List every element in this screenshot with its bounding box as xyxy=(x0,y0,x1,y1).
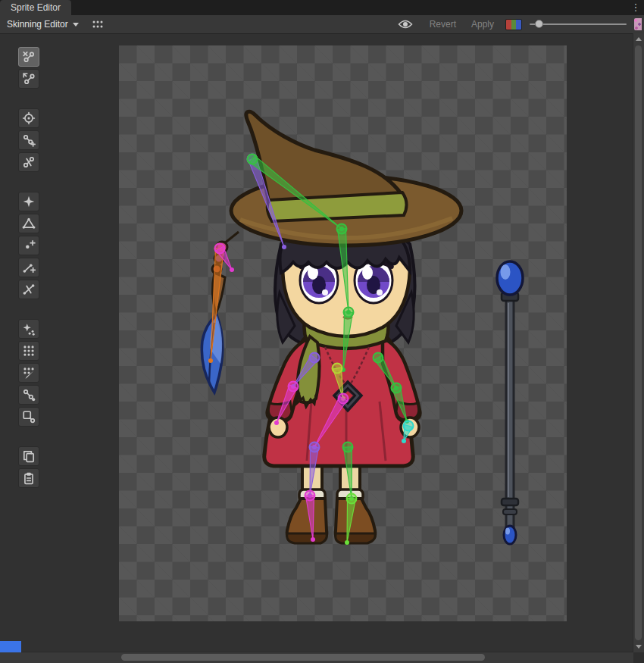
clipboard-tools xyxy=(18,446,39,488)
witch-character-sprite[interactable] xyxy=(202,111,461,543)
eye-icon xyxy=(398,19,413,30)
staff-orb xyxy=(497,261,523,295)
toolbar: Skinning Editor Revert Apply xyxy=(0,15,644,34)
weights-brush-icon xyxy=(22,366,36,380)
witch-hat xyxy=(231,111,461,245)
overlay-color-swatch[interactable] xyxy=(505,19,522,30)
sprite-sheet-toggle-button[interactable] xyxy=(86,17,110,32)
vertex-create-icon xyxy=(22,239,36,252)
revert-button[interactable]: Revert xyxy=(426,17,460,31)
paste-icon xyxy=(22,471,36,485)
edge-create-icon xyxy=(22,261,36,274)
horizontal-scrollbar-thumb[interactable] xyxy=(121,654,485,661)
weight-slider-tool-button[interactable] xyxy=(18,341,39,361)
bone-slash-icon xyxy=(22,50,36,64)
weight-brush-tool-button[interactable] xyxy=(18,363,39,383)
mode-dropdown-label: Skinning Editor xyxy=(7,19,68,30)
copy-tool-button[interactable] xyxy=(18,446,39,466)
visibility-button[interactable] xyxy=(392,17,418,31)
opacity-slider-handle[interactable] xyxy=(535,20,543,28)
restore-pose-tool-button[interactable] xyxy=(18,69,39,89)
joint-edit-icon xyxy=(22,111,36,125)
weight-tools xyxy=(18,319,39,427)
create-bone-tool-button[interactable] xyxy=(18,130,39,150)
scrollbar-corner xyxy=(633,652,644,663)
tool-sidebar xyxy=(18,47,39,508)
preview-pose-tool-button[interactable] xyxy=(18,47,39,67)
staff-sprite[interactable] xyxy=(497,261,523,544)
geometry-auto-icon xyxy=(22,195,36,208)
vertical-scrollbar-thumb[interactable] xyxy=(635,45,642,640)
pose-tools xyxy=(18,47,39,89)
bone-tools xyxy=(18,108,39,172)
edge-split-icon xyxy=(22,283,36,296)
boots xyxy=(287,499,376,543)
weights-auto-icon xyxy=(22,322,36,336)
create-vertex-tool-button[interactable] xyxy=(18,236,39,255)
sprite-influence-tool-button[interactable] xyxy=(18,407,39,427)
edit-joints-tool-button[interactable] xyxy=(18,108,39,128)
copy-icon xyxy=(22,449,36,463)
staff-gem xyxy=(504,526,516,544)
weights-slider-icon xyxy=(22,344,36,358)
sprite-canvas[interactable] xyxy=(119,45,567,621)
split-edge-tool-button[interactable] xyxy=(18,280,39,299)
bottom-left-badge xyxy=(0,641,21,652)
opacity-slider-track[interactable] xyxy=(530,23,627,25)
auto-weights-tool-button[interactable] xyxy=(18,319,39,339)
sprite-influence-icon xyxy=(22,410,36,424)
auto-geometry-tool-button[interactable] xyxy=(18,192,39,211)
tab-title: Sprite Editor xyxy=(11,2,61,13)
create-edge-tool-button[interactable] xyxy=(18,258,39,277)
sprite-view xyxy=(119,45,567,621)
bone-split-icon xyxy=(22,155,36,169)
edit-geometry-tool-button[interactable] xyxy=(18,214,39,233)
texture-swatch xyxy=(634,18,642,30)
tab-bar: Sprite Editor ⋮ xyxy=(0,0,644,15)
vertical-scrollbar[interactable] xyxy=(633,33,644,652)
apply-button[interactable]: Apply xyxy=(467,17,498,31)
bone-restore-icon xyxy=(22,72,36,86)
sprite-grid-icon xyxy=(91,18,105,30)
scroll-up-arrow-icon[interactable] xyxy=(636,37,642,41)
bone-create-icon xyxy=(22,133,36,147)
split-bone-tool-button[interactable] xyxy=(18,152,39,172)
scroll-down-arrow-icon[interactable] xyxy=(636,645,642,649)
geometry-tools xyxy=(18,192,39,299)
mode-dropdown[interactable]: Skinning Editor xyxy=(0,15,86,33)
overflow-menu-button[interactable]: ⋮ xyxy=(630,1,642,14)
sprite-editor-window: Sprite Editor ⋮ Skinning Editor Revert A… xyxy=(0,0,644,663)
paste-tool-button[interactable] xyxy=(18,468,39,488)
tab-sprite-editor[interactable]: Sprite Editor xyxy=(0,0,71,15)
bone-influence-icon xyxy=(22,388,36,402)
geometry-edit-icon xyxy=(22,217,36,230)
opacity-slider[interactable] xyxy=(530,18,627,30)
chevron-down-icon xyxy=(73,23,79,27)
horizontal-scrollbar[interactable] xyxy=(0,652,633,663)
bone-influence-tool-button[interactable] xyxy=(18,385,39,405)
toolbar-right-group: Revert Apply xyxy=(392,17,644,31)
